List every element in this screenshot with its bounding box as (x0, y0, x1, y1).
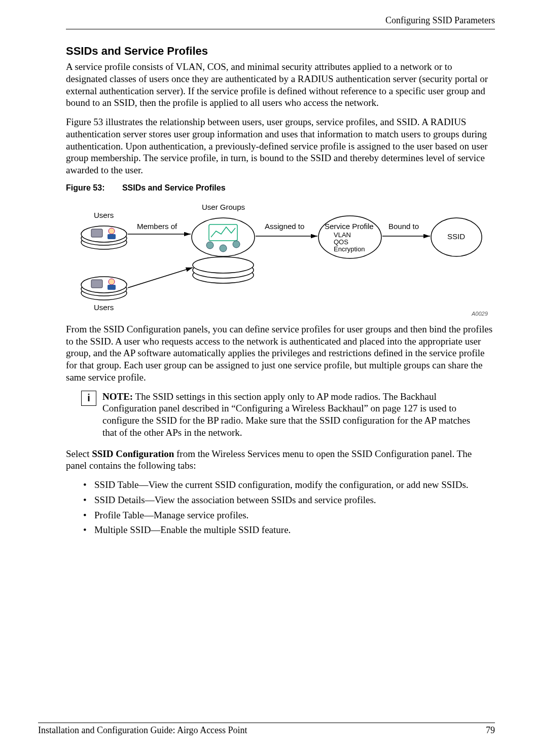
note-body: The SSID settings in this section apply … (102, 391, 470, 438)
svg-point-10 (109, 279, 115, 285)
label-user-groups: User Groups (202, 203, 245, 211)
label-members-of: Members of (137, 222, 177, 231)
svg-point-17 (206, 242, 214, 249)
footer-title: Installation and Configuration Guide: Ai… (38, 725, 247, 736)
paragraph-select-ssid: Select SSID Configuration from the Wirel… (66, 448, 495, 472)
label-encryption: Encryption (334, 245, 365, 253)
label-users-bottom: Users (94, 303, 114, 312)
label-bound-to: Bound to (388, 222, 419, 231)
header-divider (66, 29, 495, 29)
users-bottom-icon (81, 277, 127, 300)
svg-point-18 (220, 245, 227, 252)
svg-point-8 (81, 277, 127, 293)
select-prefix: Select (66, 448, 92, 459)
svg-rect-16 (209, 224, 237, 241)
svg-point-4 (109, 228, 115, 234)
figure-title: SSIDs and Service Profiles (122, 183, 226, 192)
note-label: NOTE: (102, 391, 133, 402)
svg-rect-5 (108, 234, 116, 239)
diagram-svg (66, 197, 497, 323)
note-block: i NOTE: The SSID settings in this sectio… (81, 391, 480, 439)
label-users-top: Users (94, 211, 114, 219)
section-title: SSIDs and Service Profiles (66, 45, 495, 58)
list-item: Multiple SSID—Enable the multiple SSID f… (83, 524, 495, 536)
page-number: 79 (486, 725, 495, 736)
svg-point-14 (193, 257, 254, 273)
users-top-icon (81, 226, 127, 249)
list-item: SSID Table—View the current SSID configu… (83, 479, 495, 491)
running-head: Configuring SSID Parameters (66, 15, 495, 29)
label-service-profile: Service Profile (325, 222, 374, 231)
label-qos: QOS (334, 238, 348, 246)
paragraph-service-profile-intro: A service profile consists of VLAN, COS,… (66, 61, 495, 109)
svg-rect-9 (91, 280, 102, 288)
svg-point-19 (233, 241, 240, 248)
select-bold: SSID Configuration (92, 448, 174, 459)
figure-number: Figure 53: (66, 183, 104, 192)
label-assigned-to: Assigned to (265, 222, 304, 231)
page-footer: Installation and Configuration Guide: Ai… (38, 723, 495, 736)
figure-id: A0029 (472, 311, 488, 317)
list-item: SSID Details—View the association betwee… (83, 494, 495, 506)
user-groups-icon (192, 218, 255, 283)
arrow-users-bottom (128, 268, 193, 288)
tabs-list: SSID Table—View the current SSID configu… (83, 479, 495, 536)
note-text: NOTE: The SSID settings in this section … (102, 391, 480, 439)
paragraph-figure-reference: Figure 53 illustrates the relationship b… (66, 116, 495, 176)
label-vlan: VLAN (334, 231, 351, 239)
footer-divider (38, 723, 495, 723)
info-icon: i (81, 391, 96, 406)
paragraph-after-figure: From the SSID Configuration panels, you … (66, 323, 495, 384)
info-icon-glyph: i (87, 392, 90, 404)
svg-point-2 (81, 226, 127, 242)
label-ssid: SSID (447, 232, 465, 241)
figure-diagram: Users Users User Groups Members of Assig… (66, 197, 495, 323)
list-item: Profile Table—Manage service profiles. (83, 509, 495, 521)
figure-caption: Figure 53: SSIDs and Service Profiles (66, 183, 495, 193)
svg-rect-3 (91, 229, 102, 237)
svg-rect-11 (108, 285, 116, 290)
